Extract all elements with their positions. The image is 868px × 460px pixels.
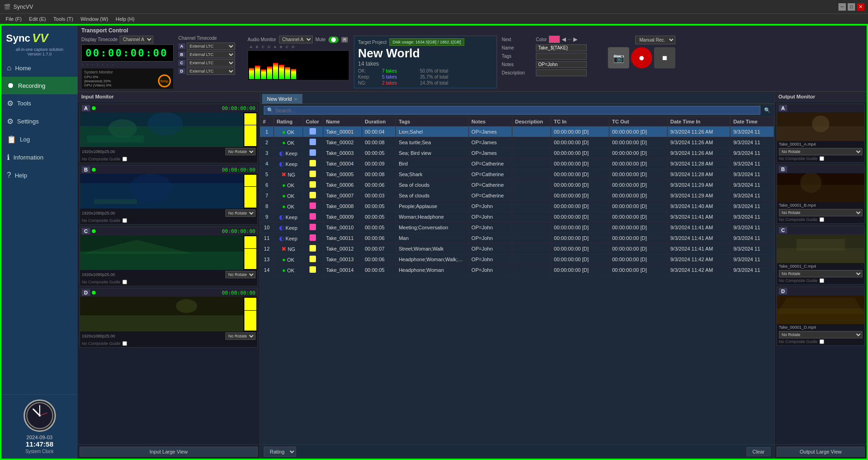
rec-mode-select[interactable]: Manual Rec.: [635, 36, 675, 44]
sidebar-item-tools[interactable]: ⚙ Tools: [1, 94, 78, 112]
cell-notes: OP=Catherine: [468, 190, 512, 201]
menu-edit[interactable]: Edit (E): [25, 15, 50, 23]
vu-bar-6: [279, 65, 284, 79]
ch-b-composite-check[interactable]: [122, 218, 127, 223]
cell-dt-in: 9/3/2024 11:41 AM: [667, 233, 730, 244]
snapshot-button[interactable]: 📷: [608, 47, 629, 68]
menu-file[interactable]: File (F): [2, 15, 25, 23]
sidebar-item-settings[interactable]: ⚙ Settings: [1, 112, 78, 130]
table-row[interactable]: 6 ● OK Take_00006 00:00:06 Sea of clouds…: [260, 180, 774, 190]
table-row[interactable]: 13 ● OK Take_00013 00:00:06 Headphone;Wo…: [260, 254, 774, 265]
cell-duration: 00:00:07: [362, 244, 395, 254]
out-ch-d-rotate[interactable]: No Rotate: [779, 331, 862, 338]
cell-name: Take_00004: [323, 159, 362, 169]
color-dots[interactable]: ···: [568, 37, 571, 42]
search-input[interactable]: [275, 108, 757, 113]
next-section: Next Color ◀ ··· ▶ Name Tags: [502, 36, 603, 76]
desc-label: Description: [502, 70, 534, 75]
sidebar-item-home[interactable]: ⌂ Home: [1, 59, 78, 77]
tags-input[interactable]: [536, 53, 587, 60]
cell-duration: 00:00:05: [362, 201, 395, 212]
close-button[interactable]: ✕: [857, 3, 864, 11]
table-row[interactable]: 9 ◐ Keep Take_00009 00:00:05 Woman;Headp…: [260, 212, 774, 222]
table-row[interactable]: 10 ◐ Keep Take_00010 00:00:05 Meeting;Co…: [260, 222, 774, 233]
sidebar-item-information[interactable]: ℹ Information: [1, 148, 78, 166]
table-row[interactable]: 4 ◐ Keep Take_00004 00:00:09 Bird OP=Cat…: [260, 159, 774, 169]
sidebar-item-log[interactable]: 📋 Log: [1, 130, 78, 148]
table-row[interactable]: 3 ◐ Keep Take_00003 00:00:05 Sea; Bird v…: [260, 148, 774, 159]
out-ch-a-rotate[interactable]: No Rotate: [779, 148, 862, 155]
record-button[interactable]: ●: [631, 47, 652, 68]
table-row[interactable]: 8 ● OK Take_00008 00:00:05 People;Applau…: [260, 201, 774, 212]
sidebar-item-help[interactable]: ? Help: [1, 166, 78, 184]
ch-tc-d-select[interactable]: External LTC: [187, 67, 235, 75]
notes-input[interactable]: [536, 61, 587, 68]
ch-d-bar-2: [244, 311, 256, 331]
out-ch-c-composite-check[interactable]: [819, 278, 824, 283]
out-ch-a-preview: [777, 112, 864, 141]
audio-channel-select[interactable]: Channel A: [279, 36, 313, 43]
ch-b-res: 1920x1080p25.00: [82, 211, 224, 215]
ch-b-rotate[interactable]: No Rotate: [225, 209, 255, 217]
out-ch-d-composite-check[interactable]: [819, 339, 824, 344]
output-monitor: Output Monitor A: [774, 92, 867, 459]
table-row[interactable]: 11 ◐ Keep Take_00011 00:00:06 Man OP=Joh…: [260, 233, 774, 244]
out-ch-d-name: Take_00001_D.mp4: [777, 324, 864, 331]
table-row[interactable]: 2 ● OK Take_00002 00:00:08 Sea turtle;Se…: [260, 137, 774, 148]
out-ch-b-composite-check[interactable]: [819, 217, 824, 222]
ch-d-rotate[interactable]: No Rotate: [225, 332, 255, 340]
cell-rating: ● OK: [273, 201, 303, 212]
maximize-button[interactable]: □: [848, 3, 855, 11]
next-tags-row: Tags: [502, 53, 603, 60]
table-row[interactable]: 7 ● OK Take_00007 00:00:03 Sea of clouds…: [260, 190, 774, 201]
cell-rating: ● OK: [273, 127, 303, 137]
menu-window[interactable]: Window (W): [77, 15, 112, 23]
desc-input[interactable]: [536, 69, 587, 76]
menu-tools[interactable]: Tools (T): [50, 15, 77, 23]
out-ch-a-composite-label: No Composite Guide: [779, 156, 818, 161]
ch-tc-a-select[interactable]: External LTC: [187, 43, 235, 50]
ch-a-composite-check[interactable]: [122, 157, 127, 161]
out-ch-c-rotate-row: No Rotate: [777, 270, 864, 278]
timecode-channel-select[interactable]: Channel A: [120, 36, 153, 43]
color-next-btn[interactable]: ▶: [573, 36, 577, 43]
next-header-label: Next: [502, 37, 534, 42]
ch-a-rotate[interactable]: No Rotate: [225, 148, 255, 155]
minimize-button[interactable]: ─: [838, 3, 846, 11]
cell-notes: OP=Catherine: [468, 159, 512, 169]
take-tab-new-world[interactable]: New World ✕: [262, 94, 303, 104]
ch-c-composite-label: No Composite Guide: [82, 280, 121, 284]
output-channel-c: C Take_00001_C.mp4 No Rotate: [777, 226, 865, 285]
input-large-view-button[interactable]: Input Large View: [79, 447, 258, 457]
name-input[interactable]: [536, 44, 587, 51]
ch-tc-b-select[interactable]: External LTC: [187, 51, 235, 58]
output-large-view-button[interactable]: Output Large View: [777, 447, 865, 457]
table-row[interactable]: 14 ● OK Take_00014 00:00:05 Headphone;Wo…: [260, 265, 774, 276]
cell-tc-in: 00:00:00:00 [D]: [551, 201, 609, 212]
rating-filter-select[interactable]: Rating: [264, 447, 296, 457]
disk-usage: Disk usage: 1634.5[GB] / 1862.1[GB]: [389, 38, 464, 46]
table-row[interactable]: 1 ● OK Take_00001 00:00:04 Lion;Sahel OP…: [260, 127, 774, 137]
ch-c-rotate[interactable]: No Rotate: [225, 271, 255, 278]
menu-help[interactable]: Help (H): [112, 15, 138, 23]
zoom-icon[interactable]: 🔍: [764, 107, 771, 113]
ch-tc-c-select[interactable]: External LTC: [187, 59, 235, 67]
out-ch-c-rotate[interactable]: No Rotate: [779, 270, 862, 277]
clear-button[interactable]: Clear: [747, 447, 771, 456]
search-icon: 🔍: [267, 107, 273, 113]
ch-c-composite-check[interactable]: [122, 280, 127, 284]
out-ch-b-rotate[interactable]: No Rotate: [779, 209, 862, 216]
cell-color: [303, 212, 323, 222]
stop-button[interactable]: ■: [654, 47, 675, 68]
app-title: SyncVV: [13, 4, 33, 10]
table-row[interactable]: 12 ✖ NG Take_00012 00:00:07 Street;Woman…: [260, 244, 774, 254]
sidebar-item-recording[interactable]: ⏺ Recording: [1, 77, 78, 94]
vu-bar-2: [255, 66, 260, 80]
mute-label: Mute: [316, 37, 326, 42]
table-row[interactable]: 5 ✖ NG Take_00005 00:00:08 Sea;Shark OP=…: [260, 169, 774, 180]
color-prev-btn[interactable]: ◀: [562, 36, 566, 43]
out-ch-a-composite-check[interactable]: [819, 156, 824, 161]
ch-d-composite-check[interactable]: [122, 341, 127, 346]
mute-toggle[interactable]: [328, 37, 339, 43]
tab-close-icon[interactable]: ✕: [294, 97, 297, 102]
